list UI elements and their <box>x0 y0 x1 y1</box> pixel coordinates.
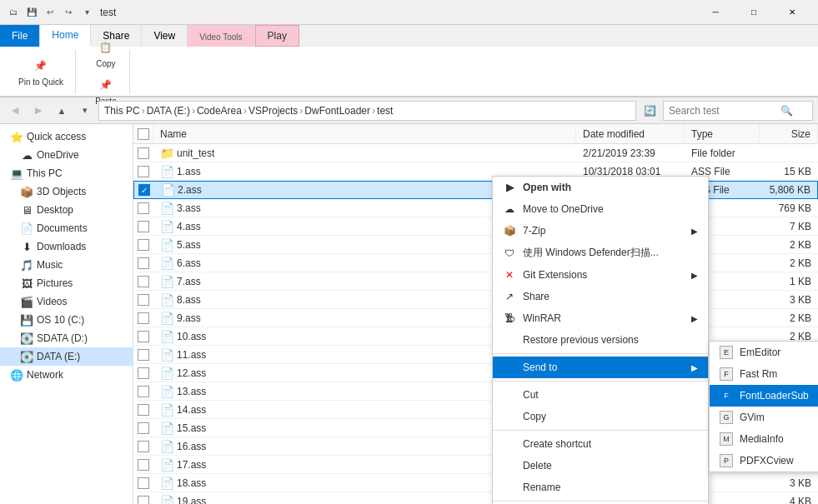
file-checkbox[interactable] <box>133 401 153 419</box>
tab-play[interactable]: Play <box>255 25 299 47</box>
file-icon: 📄 <box>160 385 173 398</box>
close-button[interactable]: ✕ <box>773 0 811 25</box>
submenu-emeditor[interactable]: E EmEditor <box>710 342 818 363</box>
table-row[interactable]: 📄8.ass3 KB <box>133 291 818 309</box>
pin-button[interactable]: 📌 Pin to Quick <box>13 52 68 90</box>
back-button[interactable]: ◀ <box>5 101 25 121</box>
recent-locations-button[interactable]: ▾ <box>75 101 95 121</box>
sidebar-item-onedrive[interactable]: ☁ OneDrive <box>0 146 133 164</box>
ctx-copy[interactable]: Copy <box>493 406 708 427</box>
refresh-button[interactable]: 🔄 <box>640 101 660 121</box>
copy-button[interactable]: 📋 Copy <box>89 34 123 72</box>
ctx-create-shortcut[interactable]: Create shortcut <box>493 433 708 455</box>
col-header-name[interactable]: Name <box>153 124 576 144</box>
file-checkbox[interactable] <box>133 291 153 309</box>
select-all-checkbox[interactable] <box>138 128 149 140</box>
ctx-git[interactable]: ✕ Git Extensions ▶ <box>493 264 708 286</box>
sidebar-item-quick-access[interactable]: ⭐ Quick access <box>0 127 133 146</box>
file-checkbox[interactable] <box>133 419 153 437</box>
dropdown-icon[interactable]: ▾ <box>80 6 93 19</box>
table-row[interactable]: 📄19.ass4 KB <box>133 492 818 504</box>
table-row[interactable]: 📄7.ass1 KB <box>133 272 818 291</box>
sidebar-item-desktop[interactable]: 🖥 Desktop <box>0 201 133 219</box>
ctx-sendto[interactable]: Send to ▶ <box>493 357 708 378</box>
emeditor-icon: E <box>720 346 733 359</box>
submenu-fontloadersub[interactable]: F FontLoaderSub <box>710 385 818 407</box>
sidebar-item-network[interactable]: 🌐 Network <box>0 366 133 384</box>
table-row[interactable]: ✓📄2.ass10/31/2018 03:01ASS File5,806 KB <box>133 181 818 199</box>
tab-video-tools[interactable]: Video Tools <box>188 25 254 47</box>
undo-icon[interactable]: ↩ <box>43 6 57 19</box>
file-checkbox[interactable] <box>133 492 153 505</box>
sidebar-item-3dobjects[interactable]: 📦 3D Objects <box>0 182 133 201</box>
tab-home[interactable]: Home <box>40 25 91 47</box>
table-row[interactable]: 📄18.ass3 KB <box>133 474 818 492</box>
file-checkbox[interactable] <box>133 217 153 236</box>
file-checkbox[interactable] <box>133 474 153 492</box>
file-checkbox[interactable] <box>133 382 153 401</box>
file-checkbox[interactable] <box>133 364 153 382</box>
tab-file[interactable]: File <box>0 25 40 47</box>
file-checkbox[interactable] <box>133 327 153 346</box>
sidebar-item-thispc[interactable]: 💻 This PC <box>0 164 133 182</box>
shortcut-icon <box>503 437 516 451</box>
ctx-restore[interactable]: Restore previous versions <box>493 329 708 351</box>
address-path[interactable]: This PC › DATA (E:) › CodeArea › VSProje… <box>98 101 636 121</box>
sidebar-item-music[interactable]: 🎵 Music <box>0 256 133 274</box>
ctx-cut[interactable]: Cut <box>493 384 708 406</box>
ctx-open-with[interactable]: ▶ Open with <box>493 177 708 198</box>
file-checkbox[interactable] <box>133 437 153 456</box>
sidebar-item-d-drive[interactable]: 💽 SDATA (D:) <box>0 329 133 347</box>
maximize-button[interactable]: □ <box>735 0 773 25</box>
sidebar-item-downloads[interactable]: ⬇ Downloads <box>0 237 133 256</box>
file-checkbox[interactable] <box>133 309 153 327</box>
file-checkbox[interactable] <box>133 272 153 291</box>
tab-view[interactable]: View <box>142 25 188 47</box>
file-checkbox[interactable] <box>133 456 153 474</box>
c-drive-icon: 💾 <box>20 313 33 327</box>
table-row[interactable]: 📄5.ass2 KB <box>133 236 818 254</box>
ctx-sep-4 <box>493 501 708 502</box>
sidebar-item-videos[interactable]: 🎬 Videos <box>0 292 133 311</box>
ctx-delete[interactable]: Delete <box>493 455 708 477</box>
up-button[interactable]: ▲ <box>52 101 72 121</box>
ctx-rename[interactable]: Rename <box>493 477 708 498</box>
ctx-move-onedrive[interactable]: ☁ Move to OneDrive <box>493 198 708 220</box>
submenu-gvim[interactable]: G GVim <box>710 407 818 428</box>
file-checkbox[interactable] <box>133 199 153 217</box>
minimize-button[interactable]: ─ <box>696 0 735 25</box>
ctx-defender[interactable]: 🛡 使用 Windows Defender扫描... <box>493 242 708 264</box>
sidebar-item-c-drive[interactable]: 💾 OS 10 (C:) <box>0 311 133 329</box>
forward-button[interactable]: ▶ <box>28 101 48 121</box>
file-checkbox[interactable] <box>133 254 153 272</box>
table-row[interactable]: 📄3.ass769 KB <box>133 199 818 217</box>
file-checkbox[interactable] <box>133 346 153 364</box>
table-row[interactable]: 📄6.ass2 KB <box>133 254 818 272</box>
file-name: 📁unit_test <box>153 144 576 162</box>
search-input[interactable] <box>669 105 777 117</box>
col-header-type[interactable]: Type <box>685 124 760 144</box>
quick-access-icon[interactable]: 💾 <box>25 6 38 19</box>
redo-icon[interactable]: ↪ <box>62 6 75 19</box>
submenu-pdfxcview[interactable]: P PDFXCview <box>710 450 818 472</box>
table-row[interactable]: 📄4.ass7 KB <box>133 217 818 236</box>
ctx-winrar[interactable]: 🗜 WinRAR ▶ <box>493 307 708 329</box>
sidebar-item-e-drive[interactable]: 💽 DATA (E:) <box>0 347 133 366</box>
submenu-mediainfo[interactable]: M MediaInfo <box>710 428 818 450</box>
submenu-fastrm[interactable]: F Fast Rm <box>710 363 818 385</box>
file-checkbox[interactable]: ✓ <box>134 181 154 199</box>
file-checkbox[interactable] <box>133 236 153 254</box>
ctx-share[interactable]: ↗ Share <box>493 286 708 307</box>
table-row[interactable]: 📁unit_test2/21/2019 23:39File folder <box>133 144 818 162</box>
file-checkbox[interactable] <box>133 144 153 162</box>
col-header-date[interactable]: Date modified <box>576 124 685 144</box>
file-checkbox[interactable] <box>133 162 153 181</box>
col-header-check[interactable] <box>133 124 153 144</box>
table-row[interactable]: 📄1.ass10/31/2018 03:01ASS File15 KB <box>133 162 818 181</box>
table-row[interactable]: 📄9.ass2 KB <box>133 309 818 327</box>
ctx-7zip[interactable]: 📦 7-Zip ▶ <box>493 220 708 242</box>
sidebar-item-documents[interactable]: 📄 Documents <box>0 219 133 237</box>
ctx-restore-label: Restore previous versions <box>523 334 639 346</box>
col-header-size[interactable]: Size <box>760 124 818 144</box>
sidebar-item-pictures[interactable]: 🖼 Pictures <box>0 274 133 292</box>
